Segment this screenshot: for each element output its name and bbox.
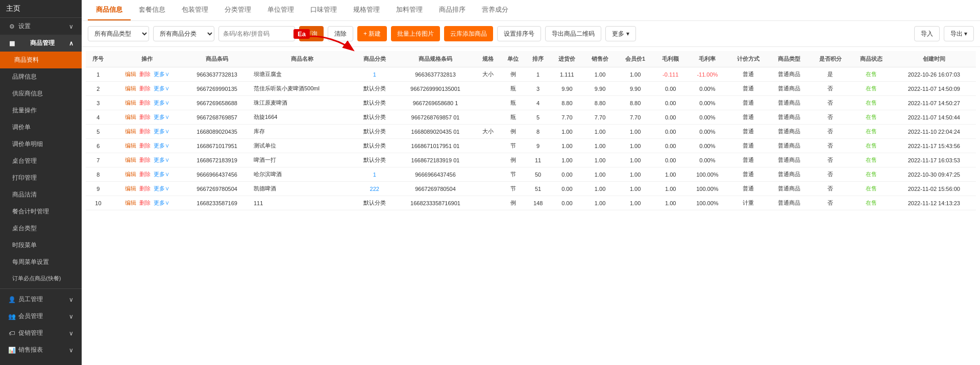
more-link[interactable]: 更多∨ bbox=[154, 85, 169, 91]
sidebar-item-brand-info[interactable]: 品牌信息 bbox=[0, 68, 82, 85]
edit-link[interactable]: 编辑 bbox=[125, 185, 136, 191]
tab-goods-order[interactable]: 商品排序 bbox=[431, 0, 474, 20]
export-button[interactable]: 导出 ▾ bbox=[944, 26, 974, 41]
sidebar-item-order-must[interactable]: 订单必点商品(快餐) bbox=[0, 271, 82, 286]
edit-link[interactable]: 编辑 bbox=[125, 157, 136, 163]
cell-spec-barcode: 1668089020435 01 bbox=[395, 125, 476, 139]
sidebar-item-staff-manage[interactable]: 👤 员工管理 ∨ bbox=[0, 291, 82, 308]
edit-link[interactable]: 编辑 bbox=[125, 71, 136, 77]
import-button[interactable]: 导入 bbox=[914, 26, 940, 41]
cell-id: 9 bbox=[86, 182, 111, 196]
tab-addons-manage[interactable]: 加料管理 bbox=[388, 0, 431, 20]
cell-created: 2022-11-07 14:50:27 bbox=[892, 96, 976, 110]
cell-sale: 8.80 bbox=[583, 96, 617, 110]
edit-link[interactable]: 编辑 bbox=[125, 100, 136, 106]
delete-link[interactable]: 删除 bbox=[139, 100, 151, 106]
cell-status: 在售 bbox=[851, 139, 892, 153]
cell-sale: 9.90 bbox=[583, 82, 617, 96]
sidebar-item-batch-ops[interactable]: 批量操作 bbox=[0, 102, 82, 119]
chevron-icon-report: ∨ bbox=[69, 347, 74, 354]
more-link[interactable]: 更多∨ bbox=[154, 171, 169, 177]
tab-unit-manage[interactable]: 单位管理 bbox=[259, 0, 302, 20]
sidebar-item-table-manage[interactable]: 桌台管理 bbox=[0, 153, 82, 169]
cell-profit: 0.00 bbox=[654, 125, 687, 139]
cell-sale: 1.00 bbox=[583, 196, 617, 210]
more-button[interactable]: 更多 ▾ bbox=[605, 26, 636, 41]
sidebar-item-time-menu[interactable]: 时段菜单 bbox=[0, 237, 82, 254]
toolbar: 所有商品类型 所有商品分类 查询 清除 + 新建 批量上传图片 云库添加商品 设… bbox=[82, 21, 980, 47]
cell-sort: 50 bbox=[526, 167, 551, 182]
sidebar-item-table-type[interactable]: 桌台类型 bbox=[0, 220, 82, 237]
query-button[interactable]: 查询 bbox=[299, 26, 324, 41]
data-table-container: 序号 操作 商品条码 商品名称 商品分类 商品规格条码 规格 单位 排序 进货价… bbox=[82, 47, 980, 365]
edit-link[interactable]: 编辑 bbox=[125, 171, 136, 177]
delete-link[interactable]: 删除 bbox=[139, 200, 151, 206]
cell-unit: 瓶 bbox=[501, 110, 526, 125]
tab-package-manage[interactable]: 包装管理 bbox=[174, 0, 216, 20]
more-link[interactable]: 更多∨ bbox=[154, 185, 169, 191]
delete-link[interactable]: 删除 bbox=[139, 85, 151, 91]
tab-spec-manage[interactable]: 规格管理 bbox=[345, 0, 388, 20]
goods-icon: ▦ bbox=[8, 40, 15, 47]
delete-link[interactable]: 删除 bbox=[139, 142, 151, 149]
tab-package-info[interactable]: 套餐信息 bbox=[131, 0, 174, 20]
cell-purchase: 0.00 bbox=[551, 167, 584, 182]
more-link[interactable]: 更多∨ bbox=[154, 200, 169, 206]
sidebar-item-print-manage[interactable]: 打印管理 bbox=[0, 169, 82, 186]
table-row: 7 编辑 删除 更多∨ 1668672183919 啤酒一打 默认分类 1668… bbox=[86, 153, 976, 167]
set-sort-button[interactable]: 设置排序号 bbox=[497, 26, 541, 41]
sidebar-item-adjust-order[interactable]: 调价单 bbox=[0, 119, 82, 136]
cell-category: 默认分类 bbox=[354, 110, 395, 125]
edit-link[interactable]: 编辑 bbox=[125, 128, 136, 134]
edit-link[interactable]: 编辑 bbox=[125, 114, 136, 120]
cell-spec bbox=[476, 82, 501, 96]
cell-spec-barcode: 1668233358716901 bbox=[395, 196, 476, 210]
tab-category-manage[interactable]: 分类管理 bbox=[216, 0, 259, 20]
more-link[interactable]: 更多∨ bbox=[154, 128, 169, 134]
sidebar-item-goods-manage[interactable]: ▦ 商品管理 ∧ bbox=[0, 35, 82, 52]
settings-icon: ⚙ bbox=[8, 23, 15, 30]
sidebar-item-promo-manage[interactable]: 🏷 促销管理 ∨ bbox=[0, 325, 82, 342]
more-link[interactable]: 更多∨ bbox=[154, 114, 169, 120]
cloud-add-button[interactable]: 云库添加商品 bbox=[444, 26, 493, 41]
col-spec: 规格 bbox=[476, 51, 501, 67]
cell-unit: 节 bbox=[501, 182, 526, 196]
cell-ops: 编辑 删除 更多∨ bbox=[111, 110, 183, 125]
new-button[interactable]: + 新建 bbox=[357, 26, 387, 41]
delete-link[interactable]: 删除 bbox=[139, 185, 151, 191]
delete-link[interactable]: 删除 bbox=[139, 128, 151, 134]
export-qr-button[interactable]: 导出商品二维码 bbox=[545, 26, 601, 41]
tab-goods-info[interactable]: 商品信息 bbox=[88, 0, 131, 20]
tab-nutrition[interactable]: 营养成分 bbox=[474, 0, 517, 20]
search-input[interactable] bbox=[218, 26, 295, 41]
tab-flavor-manage[interactable]: 口味管理 bbox=[302, 0, 345, 20]
delete-link[interactable]: 删除 bbox=[139, 71, 151, 77]
sidebar-item-member-manage[interactable]: 👥 会员管理 ∨ bbox=[0, 308, 82, 325]
delete-link[interactable]: 删除 bbox=[139, 114, 151, 120]
edit-link[interactable]: 编辑 bbox=[125, 200, 136, 206]
delete-link[interactable]: 删除 bbox=[139, 157, 151, 163]
clear-button[interactable]: 清除 bbox=[328, 26, 353, 41]
more-link[interactable]: 更多∨ bbox=[154, 71, 169, 77]
sidebar-item-daily-menu[interactable]: 每周菜单设置 bbox=[0, 254, 82, 271]
delete-link[interactable]: 删除 bbox=[139, 171, 151, 177]
edit-link[interactable]: 编辑 bbox=[125, 85, 136, 91]
staff-icon: 👤 bbox=[8, 296, 15, 303]
batch-upload-button[interactable]: 批量上传图片 bbox=[391, 26, 440, 41]
sidebar-item-settings[interactable]: ⚙ 设置 ∨ bbox=[0, 18, 82, 35]
sidebar-item-meal-time[interactable]: 餐合计时管理 bbox=[0, 203, 82, 220]
cell-barcode: 9667269990135 bbox=[183, 82, 251, 96]
cell-profit-rate: 100.00% bbox=[687, 167, 728, 182]
sidebar-item-adjust-detail[interactable]: 调价单明细 bbox=[0, 136, 82, 153]
sidebar-item-sales-report[interactable]: 📊 销售报表 ∨ bbox=[0, 342, 82, 358]
more-link[interactable]: 更多∨ bbox=[154, 157, 169, 163]
col-goods-type: 商品类型 bbox=[769, 51, 810, 67]
more-link[interactable]: 更多∨ bbox=[154, 142, 169, 149]
sidebar-item-goods-clear[interactable]: 商品沽清 bbox=[0, 186, 82, 203]
more-link[interactable]: 更多∨ bbox=[154, 100, 169, 106]
category-select[interactable]: 所有商品分类 bbox=[153, 26, 214, 41]
sidebar-item-supplier-info[interactable]: 供应商信息 bbox=[0, 85, 82, 102]
edit-link[interactable]: 编辑 bbox=[125, 142, 136, 149]
type-select[interactable]: 所有商品类型 bbox=[88, 26, 149, 41]
sidebar-item-goods-info[interactable]: 商品资料 bbox=[0, 52, 82, 68]
